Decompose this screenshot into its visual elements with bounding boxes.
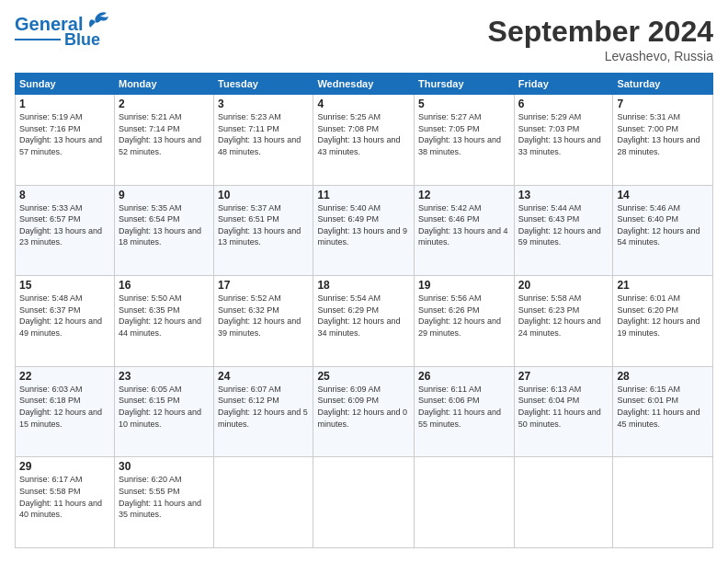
- calendar-cell: 29 Sunrise: 6:17 AM Sunset: 5:58 PM Dayl…: [16, 457, 115, 548]
- day-number: 10: [218, 189, 309, 201]
- calendar-cell: 2 Sunrise: 5:21 AM Sunset: 7:14 PM Dayli…: [114, 95, 213, 186]
- calendar-cell: 6 Sunrise: 5:29 AM Sunset: 7:03 PM Dayli…: [514, 95, 613, 186]
- day-info: Sunrise: 6:05 AM Sunset: 6:15 PM Dayligh…: [119, 384, 210, 430]
- calendar-cell: 18 Sunrise: 5:54 AM Sunset: 6:29 PM Dayl…: [313, 276, 415, 367]
- calendar-cell: 27 Sunrise: 6:13 AM Sunset: 6:04 PM Dayl…: [514, 366, 613, 457]
- calendar-week-4: 22 Sunrise: 6:03 AM Sunset: 6:18 PM Dayl…: [16, 366, 713, 457]
- calendar-cell: 14 Sunrise: 5:46 AM Sunset: 6:40 PM Dayl…: [613, 185, 713, 276]
- day-number: 9: [119, 189, 210, 201]
- calendar: SundayMondayTuesdayWednesdayThursdayFrid…: [15, 73, 713, 548]
- day-info: Sunrise: 6:07 AM Sunset: 6:12 PM Dayligh…: [218, 384, 309, 430]
- day-number: 24: [218, 370, 309, 383]
- day-info: Sunrise: 5:19 AM Sunset: 7:16 PM Dayligh…: [19, 111, 110, 157]
- day-number: 5: [418, 98, 510, 110]
- day-number: 19: [418, 279, 510, 292]
- day-info: Sunrise: 5:44 AM Sunset: 6:43 PM Dayligh…: [518, 202, 609, 248]
- calendar-cell: 24 Sunrise: 6:07 AM Sunset: 6:12 PM Dayl…: [214, 366, 313, 457]
- day-info: Sunrise: 6:15 AM Sunset: 6:01 PM Dayligh…: [617, 384, 709, 430]
- day-info: Sunrise: 6:13 AM Sunset: 6:04 PM Dayligh…: [518, 384, 609, 430]
- day-number: 8: [19, 189, 110, 201]
- day-number: 27: [518, 370, 609, 383]
- calendar-cell: [514, 457, 613, 548]
- day-number: 21: [617, 279, 709, 292]
- calendar-cell: 3 Sunrise: 5:23 AM Sunset: 7:11 PM Dayli…: [214, 95, 313, 186]
- day-info: Sunrise: 6:09 AM Sunset: 6:09 PM Dayligh…: [317, 384, 410, 430]
- title-block: September 2024 Levashevo, Russia: [488, 15, 713, 63]
- day-info: Sunrise: 5:23 AM Sunset: 7:11 PM Dayligh…: [218, 111, 309, 157]
- day-info: Sunrise: 5:56 AM Sunset: 6:26 PM Dayligh…: [418, 293, 510, 339]
- day-number: 6: [518, 98, 609, 110]
- day-info: Sunrise: 5:35 AM Sunset: 6:54 PM Dayligh…: [119, 202, 210, 248]
- day-info: Sunrise: 5:31 AM Sunset: 7:00 PM Dayligh…: [617, 111, 709, 157]
- page: General Blue September 2024 Levashevo, R…: [0, 0, 728, 563]
- day-number: 12: [418, 189, 510, 201]
- day-number: 4: [317, 98, 410, 110]
- calendar-cell: 11 Sunrise: 5:40 AM Sunset: 6:49 PM Dayl…: [313, 185, 415, 276]
- calendar-cell: 9 Sunrise: 5:35 AM Sunset: 6:54 PM Dayli…: [114, 185, 213, 276]
- calendar-week-5: 29 Sunrise: 6:17 AM Sunset: 5:58 PM Dayl…: [16, 457, 713, 548]
- day-info: Sunrise: 5:54 AM Sunset: 6:29 PM Dayligh…: [317, 293, 410, 339]
- weekday-row: SundayMondayTuesdayWednesdayThursdayFrid…: [16, 74, 713, 95]
- day-number: 2: [119, 98, 210, 110]
- day-number: 30: [119, 460, 210, 473]
- calendar-cell: 8 Sunrise: 5:33 AM Sunset: 6:57 PM Dayli…: [16, 185, 115, 276]
- calendar-cell: 4 Sunrise: 5:25 AM Sunset: 7:08 PM Dayli…: [313, 95, 415, 186]
- day-info: Sunrise: 5:52 AM Sunset: 6:32 PM Dayligh…: [218, 293, 309, 339]
- day-number: 1: [19, 98, 110, 110]
- day-info: Sunrise: 5:48 AM Sunset: 6:37 PM Dayligh…: [19, 293, 110, 339]
- day-number: 29: [19, 460, 110, 473]
- day-info: Sunrise: 5:46 AM Sunset: 6:40 PM Dayligh…: [617, 202, 709, 248]
- day-number: 26: [418, 370, 510, 383]
- calendar-cell: 28 Sunrise: 6:15 AM Sunset: 6:01 PM Dayl…: [613, 366, 713, 457]
- calendar-week-3: 15 Sunrise: 5:48 AM Sunset: 6:37 PM Dayl…: [16, 276, 713, 367]
- weekday-header-thursday: Thursday: [415, 74, 515, 95]
- day-number: 14: [617, 189, 709, 201]
- day-info: Sunrise: 5:42 AM Sunset: 6:46 PM Dayligh…: [418, 202, 510, 248]
- day-number: 7: [617, 98, 709, 110]
- logo-bird-icon: [85, 11, 110, 29]
- calendar-cell: 5 Sunrise: 5:27 AM Sunset: 7:05 PM Dayli…: [415, 95, 515, 186]
- day-info: Sunrise: 5:27 AM Sunset: 7:05 PM Dayligh…: [418, 111, 510, 157]
- logo: General Blue: [15, 15, 110, 48]
- calendar-cell: 19 Sunrise: 5:56 AM Sunset: 6:26 PM Dayl…: [415, 276, 515, 367]
- calendar-cell: 17 Sunrise: 5:52 AM Sunset: 6:32 PM Dayl…: [214, 276, 313, 367]
- calendar-body: 1 Sunrise: 5:19 AM Sunset: 7:16 PM Dayli…: [16, 95, 713, 548]
- calendar-cell: 1 Sunrise: 5:19 AM Sunset: 7:16 PM Dayli…: [16, 95, 115, 186]
- weekday-header-saturday: Saturday: [613, 74, 713, 95]
- day-info: Sunrise: 5:25 AM Sunset: 7:08 PM Dayligh…: [317, 111, 410, 157]
- day-info: Sunrise: 6:11 AM Sunset: 6:06 PM Dayligh…: [418, 384, 510, 430]
- day-info: Sunrise: 5:21 AM Sunset: 7:14 PM Dayligh…: [119, 111, 210, 157]
- day-number: 18: [317, 279, 410, 292]
- calendar-week-2: 8 Sunrise: 5:33 AM Sunset: 6:57 PM Dayli…: [16, 185, 713, 276]
- day-number: 25: [317, 370, 410, 383]
- calendar-cell: 13 Sunrise: 5:44 AM Sunset: 6:43 PM Dayl…: [514, 185, 613, 276]
- calendar-cell: [415, 457, 515, 548]
- day-number: 13: [518, 189, 609, 201]
- calendar-cell: [613, 457, 713, 548]
- logo-blue: Blue: [64, 31, 100, 48]
- calendar-cell: 26 Sunrise: 6:11 AM Sunset: 6:06 PM Dayl…: [415, 366, 515, 457]
- weekday-header-sunday: Sunday: [16, 74, 115, 95]
- calendar-cell: [214, 457, 313, 548]
- day-number: 28: [617, 370, 709, 383]
- day-number: 3: [218, 98, 309, 110]
- weekday-header-tuesday: Tuesday: [214, 74, 313, 95]
- day-number: 11: [317, 189, 410, 201]
- day-number: 17: [218, 279, 309, 292]
- location: Levashevo, Russia: [488, 49, 713, 63]
- day-info: Sunrise: 6:20 AM Sunset: 5:55 PM Dayligh…: [119, 474, 210, 520]
- calendar-cell: 23 Sunrise: 6:05 AM Sunset: 6:15 PM Dayl…: [114, 366, 213, 457]
- calendar-cell: 7 Sunrise: 5:31 AM Sunset: 7:00 PM Dayli…: [613, 95, 713, 186]
- calendar-cell: 16 Sunrise: 5:50 AM Sunset: 6:35 PM Dayl…: [114, 276, 213, 367]
- calendar-header: SundayMondayTuesdayWednesdayThursdayFrid…: [16, 74, 713, 95]
- day-info: Sunrise: 6:03 AM Sunset: 6:18 PM Dayligh…: [19, 384, 110, 430]
- day-info: Sunrise: 5:29 AM Sunset: 7:03 PM Dayligh…: [518, 111, 609, 157]
- day-info: Sunrise: 5:37 AM Sunset: 6:51 PM Dayligh…: [218, 202, 309, 248]
- weekday-header-wednesday: Wednesday: [313, 74, 415, 95]
- calendar-cell: 10 Sunrise: 5:37 AM Sunset: 6:51 PM Dayl…: [214, 185, 313, 276]
- calendar-cell: 20 Sunrise: 5:58 AM Sunset: 6:23 PM Dayl…: [514, 276, 613, 367]
- header: General Blue September 2024 Levashevo, R…: [15, 15, 713, 63]
- calendar-cell: 25 Sunrise: 6:09 AM Sunset: 6:09 PM Dayl…: [313, 366, 415, 457]
- day-info: Sunrise: 5:40 AM Sunset: 6:49 PM Dayligh…: [317, 202, 410, 248]
- day-info: Sunrise: 5:33 AM Sunset: 6:57 PM Dayligh…: [19, 202, 110, 248]
